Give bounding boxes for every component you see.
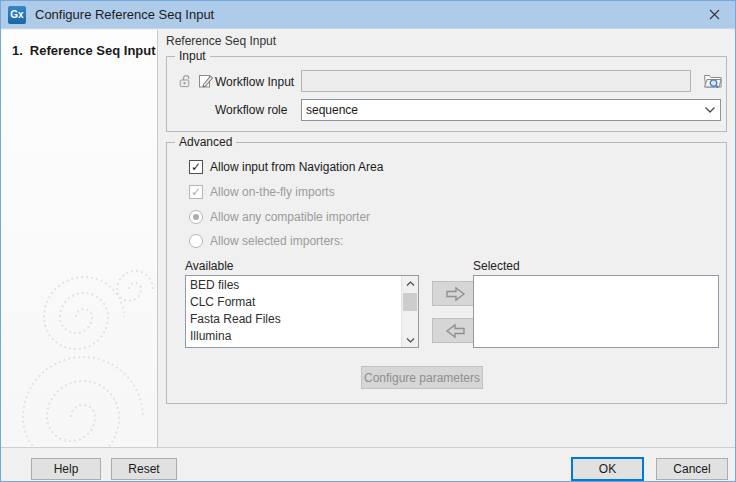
gx-logo-icon: Gx (8, 6, 26, 24)
available-importers-list[interactable]: BED files CLC Format Fasta Read Files Il… (185, 275, 419, 348)
advanced-groupbox-legend: Advanced (175, 135, 236, 149)
vertical-scrollbar[interactable] (401, 276, 418, 347)
selected-importers-list[interactable] (473, 275, 719, 348)
chevron-down-icon (704, 106, 716, 114)
step-label: Reference Seq Input (30, 43, 156, 58)
list-item[interactable]: Fasta Read Files (186, 310, 418, 327)
option-label: Allow any compatible importer (210, 210, 370, 224)
list-item[interactable]: BED files (186, 276, 418, 293)
configure-reference-seq-input-dialog: Gx Configure Reference Seq Input 1. Refe… (0, 0, 736, 482)
unlocked-padlock-icon[interactable] (177, 73, 193, 89)
footer-bar: Help Reset OK Cancel (1, 449, 735, 482)
selected-list-label: Selected (473, 259, 520, 273)
radio-allow-selected-importers[interactable]: Allow selected importers: (189, 233, 343, 249)
option-label: Allow selected importers: (210, 234, 343, 248)
workflow-input-field[interactable] (301, 70, 691, 92)
option-label: Allow input from Navigation Area (210, 160, 383, 174)
wizard-sidebar: 1. Reference Seq Input (1, 30, 158, 447)
arrow-left-icon (445, 323, 466, 339)
list-item[interactable]: Illumina (186, 327, 418, 344)
workflow-role-label: Workflow role (215, 103, 287, 117)
radio-selected-disabled-icon (189, 210, 203, 224)
scroll-up-icon[interactable] (402, 276, 418, 291)
configure-parameters-button[interactable]: Configure parameters (361, 366, 483, 389)
step-number: 1. (12, 43, 23, 58)
help-button[interactable]: Help (31, 458, 101, 480)
sidebar-step-reference-seq-input[interactable]: 1. Reference Seq Input (1, 30, 157, 58)
reset-button[interactable]: Reset (111, 458, 177, 480)
panel-title: Reference Seq Input (166, 34, 276, 48)
radio-unselected-icon (189, 234, 203, 248)
checkbox-checked-icon: ✓ (189, 160, 203, 174)
move-to-available-button[interactable] (432, 318, 479, 343)
list-item[interactable]: CLC Format (186, 293, 418, 310)
workflow-role-select[interactable]: sequence (301, 99, 721, 121)
checkbox-allow-on-the-fly-imports: ✓ Allow on-the-fly imports (189, 184, 335, 200)
workflow-role-value: sequence (306, 103, 704, 117)
edit-pencil-icon[interactable] (198, 73, 214, 89)
close-icon (709, 9, 720, 20)
move-to-selected-button[interactable] (432, 281, 479, 306)
arrow-right-icon (445, 286, 466, 302)
radio-allow-any-compatible-importer: Allow any compatible importer (189, 209, 370, 225)
scrollbar-thumb[interactable] (403, 293, 417, 311)
folder-search-icon[interactable] (701, 69, 725, 92)
ok-button[interactable]: OK (571, 457, 644, 481)
checkbox-allow-input-from-navigation-area[interactable]: ✓ Allow input from Navigation Area (189, 159, 383, 175)
window-title: Configure Reference Seq Input (35, 7, 214, 22)
titlebar: Gx Configure Reference Seq Input (1, 1, 735, 29)
input-groupbox-legend: Input (175, 49, 210, 63)
workflow-input-label: Workflow Input (215, 75, 294, 89)
dialog-body: 1. Reference Seq Input Reference Seq Inp… (1, 30, 735, 448)
cancel-button[interactable]: Cancel (656, 458, 728, 480)
binary-spiral-watermark (1, 227, 158, 447)
option-label: Allow on-the-fly imports (210, 185, 335, 199)
available-list-label: Available (185, 259, 233, 273)
advanced-groupbox: Advanced ✓ Allow input from Navigation A… (166, 142, 727, 404)
input-groupbox: Input Workflow Input (166, 56, 727, 132)
close-button[interactable] (693, 1, 735, 29)
scroll-down-icon[interactable] (402, 332, 418, 347)
checkbox-checked-disabled-icon: ✓ (189, 185, 203, 199)
main-panel: Reference Seq Input Input (158, 30, 735, 447)
